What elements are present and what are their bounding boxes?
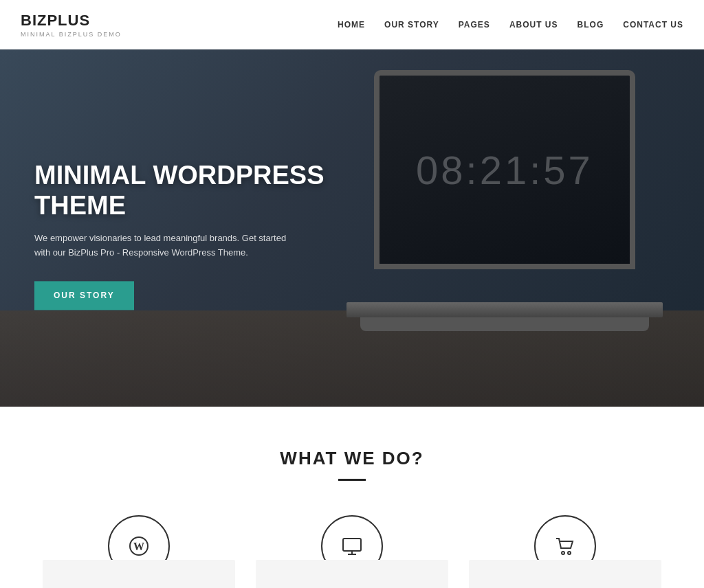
main-nav: HOMEOUR STORYPAGESABOUT USBLOGCONTACT US xyxy=(338,20,683,30)
services-grid: W WORDPRESSWordPress is a web applicatio… xyxy=(21,515,683,588)
service-card-1: WEB DEVELOMPMENTTo change your life on a… xyxy=(256,515,448,588)
brand-name: BIZPLUS xyxy=(21,12,122,30)
nav-item-nav-our-story[interactable]: OUR STORY xyxy=(384,20,439,30)
brand-block: BIZPLUS MINIMAL BIZPLUS DEMO xyxy=(21,12,122,38)
service-bg-0: WORDPRESSWordPress is a web application … xyxy=(43,560,235,588)
hero-cta-button[interactable]: OUR STORY xyxy=(34,281,134,310)
header: BIZPLUS MINIMAL BIZPLUS DEMO HOMEOUR STO… xyxy=(0,0,704,49)
laptop-screen-inner: 08:21:57 xyxy=(380,76,630,264)
service-bg-1: WEB DEVELOMPMENTTo change your life on a… xyxy=(256,560,448,588)
service-card-2: WOOCOMMERCEWooCommerce is a free ecommer… xyxy=(469,515,661,588)
service-card-0: W WORDPRESSWordPress is a web applicatio… xyxy=(43,515,235,588)
hero-title: MINIMAL WORDPRESS THEME xyxy=(34,161,351,220)
laptop-bottom xyxy=(360,317,649,331)
hero-laptop-illustration: 08:21:57 xyxy=(346,70,663,359)
section-title: WHAT WE DO? xyxy=(21,448,683,469)
clock-display: 08:21:57 xyxy=(416,147,593,193)
section-divider xyxy=(338,479,366,481)
svg-point-5 xyxy=(562,552,564,554)
hero-content: MINIMAL WORDPRESS THEME We empower visio… xyxy=(34,161,351,310)
what-we-do-section: WHAT WE DO? W WORDPRESSWordPress is a we… xyxy=(0,407,704,588)
laptop-base xyxy=(346,302,663,317)
nav-item-nav-about-us[interactable]: ABOUT US xyxy=(509,20,558,30)
nav-item-nav-blog[interactable]: BLOG xyxy=(578,20,604,30)
svg-point-6 xyxy=(568,552,571,554)
laptop-screen-outer: 08:21:57 xyxy=(374,70,635,269)
hero-section: 08:21:57 MINIMAL WORDPRESS THEME We empo… xyxy=(0,49,704,407)
service-bg-2: WOOCOMMERCEWooCommerce is a free ecommer… xyxy=(469,560,661,588)
nav-item-nav-contact-us[interactable]: CONTACT US xyxy=(623,20,683,30)
hero-subtitle: We empower visionaries to lead meaningfu… xyxy=(34,232,296,261)
brand-tagline: MINIMAL BIZPLUS DEMO xyxy=(21,31,122,38)
svg-text:W: W xyxy=(133,541,144,552)
nav-item-nav-home[interactable]: HOME xyxy=(338,20,365,30)
nav-item-nav-pages[interactable]: PAGES xyxy=(459,20,490,30)
svg-rect-2 xyxy=(343,539,361,551)
